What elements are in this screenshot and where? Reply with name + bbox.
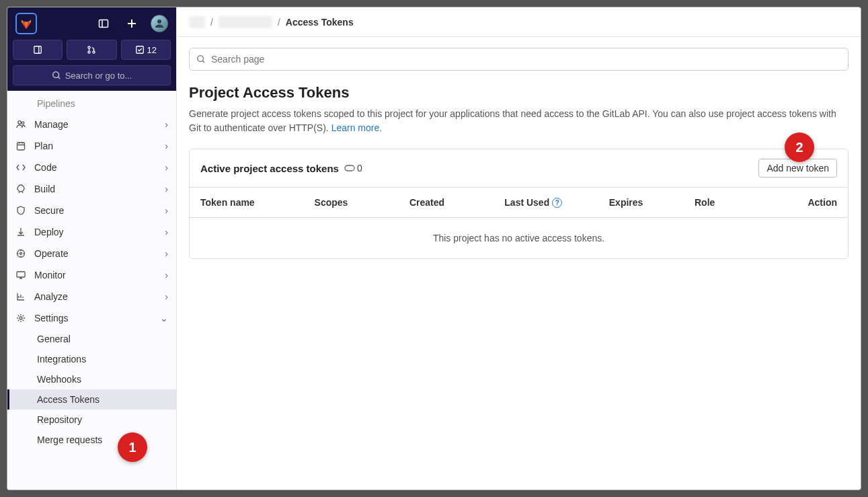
chart-icon — [15, 291, 26, 302]
search-icon — [52, 71, 61, 80]
code-icon — [15, 162, 26, 173]
sidebar-header: 12 Search or go to... — [7, 7, 176, 91]
avatar-icon — [153, 17, 165, 30]
gear-icon — [15, 313, 26, 323]
user-avatar[interactable] — [151, 15, 168, 32]
issue-icon — [33, 45, 42, 54]
operate-icon — [15, 248, 26, 259]
chevron-right-icon: › — [165, 184, 168, 194]
svg-point-4 — [88, 46, 90, 48]
link-icon — [344, 165, 355, 171]
chevron-right-icon: › — [165, 205, 168, 216]
breadcrumb-separator: / — [210, 17, 213, 28]
nav-pipelines[interactable]: Pipelines — [7, 93, 176, 114]
panel-icon — [98, 18, 109, 29]
callout-1: 1 — [118, 432, 147, 462]
chevron-down-icon: ⌄ — [160, 313, 168, 323]
nav-build[interactable]: Build› — [7, 178, 176, 200]
chevron-right-icon: › — [165, 248, 168, 259]
svg-point-15 — [19, 317, 22, 319]
token-count-badge: 0 — [344, 163, 362, 174]
nav-sub-webhooks[interactable]: Webhooks — [7, 369, 176, 389]
nav-sub-access-tokens[interactable]: Access Tokens — [7, 389, 176, 410]
svg-point-6 — [93, 51, 95, 53]
todos-count: 12 — [147, 45, 157, 55]
nav-manage[interactable]: Manage› — [7, 114, 176, 135]
svg-rect-17 — [345, 165, 354, 171]
nav-sub-integrations[interactable]: Integrations — [7, 349, 176, 369]
nav-sub-repository[interactable]: Repository — [7, 410, 176, 430]
nav-analyze[interactable]: Analyze› — [7, 286, 176, 307]
chevron-right-icon: › — [165, 119, 168, 130]
svg-point-9 — [18, 121, 22, 124]
merge-requests-pill[interactable] — [67, 40, 116, 60]
breadcrumb-group[interactable] — [189, 16, 205, 28]
issues-pill[interactable] — [13, 40, 63, 60]
page-description: Generate project access tokens scoped to… — [189, 107, 849, 135]
gitlab-logo[interactable] — [15, 13, 37, 34]
nav-monitor[interactable]: Monitor› — [7, 264, 176, 286]
breadcrumb-project[interactable] — [219, 16, 272, 28]
plus-icon — [126, 18, 137, 29]
chevron-right-icon: › — [165, 162, 168, 173]
app-frame: 12 Search or go to... Pipelines Manage› … — [7, 7, 861, 490]
learn-more-link[interactable]: Learn more. — [331, 122, 382, 133]
nav-sub-merge-requests[interactable]: Merge requests — [7, 430, 176, 450]
users-icon — [15, 119, 26, 130]
nav-settings[interactable]: Settings⌄ — [7, 307, 176, 329]
collapse-sidebar-button[interactable] — [94, 14, 113, 33]
svg-point-16 — [198, 56, 204, 62]
todos-pill[interactable]: 12 — [121, 40, 171, 60]
card-header: Active project access tokens 0 Add new t… — [190, 149, 848, 188]
calendar-icon — [15, 141, 26, 151]
tokens-card: Active project access tokens 0 Add new t… — [189, 149, 849, 259]
chevron-right-icon: › — [165, 270, 168, 280]
table-header: Token name Scopes Created Last Used? Exp… — [190, 188, 848, 218]
page-search[interactable] — [189, 48, 849, 71]
search-icon — [196, 54, 206, 64]
deploy-icon — [15, 227, 26, 237]
nav-secure[interactable]: Secure› — [7, 200, 176, 221]
chevron-right-icon: › — [165, 141, 168, 151]
rocket-icon — [15, 184, 26, 194]
nav-operate[interactable]: Operate› — [7, 243, 176, 264]
tanuki-icon — [19, 16, 34, 31]
todo-icon — [135, 45, 145, 54]
col-created: Created — [409, 197, 504, 208]
sidebar-nav: Pipelines Manage› Plan› Code› Build› Sec… — [7, 91, 176, 490]
card-title: Active project access tokens — [200, 163, 339, 174]
search-placeholder: Search or go to... — [65, 71, 132, 81]
breadcrumb-separator: / — [278, 17, 280, 28]
svg-point-8 — [52, 72, 58, 78]
nav-deploy[interactable]: Deploy› — [7, 221, 176, 243]
monitor-icon — [15, 270, 26, 280]
svg-rect-11 — [17, 143, 25, 150]
svg-rect-0 — [100, 20, 108, 28]
breadcrumb-current: Access Tokens — [286, 17, 354, 28]
svg-rect-3 — [34, 46, 42, 54]
nav-sub-general[interactable]: General — [7, 329, 176, 349]
svg-point-10 — [22, 122, 24, 124]
col-token-name: Token name — [200, 197, 315, 208]
svg-point-2 — [157, 20, 161, 24]
nav-plan[interactable]: Plan› — [7, 135, 176, 157]
page-title: Project Access Tokens — [189, 84, 849, 102]
merge-icon — [87, 45, 96, 54]
help-icon[interactable]: ? — [552, 198, 562, 208]
main-content: / / Access Tokens Project Access Tokens … — [177, 7, 861, 490]
col-role: Role — [695, 197, 761, 208]
svg-point-5 — [88, 51, 90, 53]
sidebar: 12 Search or go to... Pipelines Manage› … — [7, 7, 177, 490]
col-last-used: Last Used? — [504, 197, 608, 208]
global-search[interactable]: Search or go to... — [13, 65, 171, 85]
create-new-button[interactable] — [122, 14, 141, 33]
breadcrumb: / / Access Tokens — [177, 7, 861, 37]
svg-rect-14 — [17, 272, 25, 277]
shield-icon — [15, 205, 26, 216]
svg-point-13 — [20, 253, 22, 255]
chevron-right-icon: › — [165, 291, 168, 302]
nav-code[interactable]: Code› — [7, 157, 176, 178]
col-action: Action — [761, 197, 837, 208]
page-search-input[interactable] — [211, 54, 841, 65]
col-expires: Expires — [609, 197, 695, 208]
